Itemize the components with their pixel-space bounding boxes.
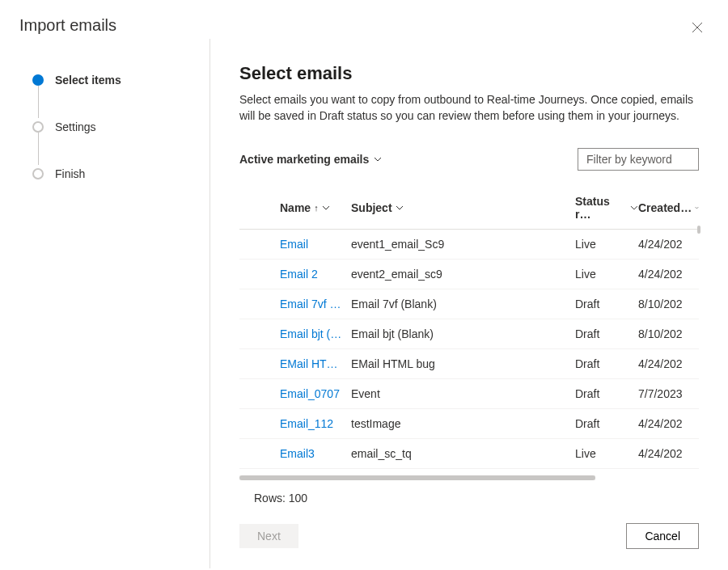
cell-created: 4/24/202 xyxy=(638,417,699,430)
cell-name-link[interactable]: Email xyxy=(280,238,351,251)
sort-ascending-icon: ↑ xyxy=(314,203,319,213)
main-panel: Select emails Select emails you want to … xyxy=(210,39,728,568)
wizard-stepper: Select items Settings Finish xyxy=(0,39,210,568)
horizontal-scrollbar[interactable] xyxy=(239,475,595,480)
close-button[interactable] xyxy=(686,16,709,39)
cell-subject: event1_email_Sc9 xyxy=(351,238,575,251)
vertical-scrollbar-thumb[interactable] xyxy=(697,226,700,234)
cell-status: Draft xyxy=(575,298,638,310)
cell-created: 4/24/202 xyxy=(638,268,699,281)
dialog-title: Import emails xyxy=(19,16,116,35)
cell-status: Draft xyxy=(575,417,638,430)
cell-created: 4/24/202 xyxy=(638,357,699,370)
column-header-subject[interactable]: Subject xyxy=(351,195,575,221)
step-select-items[interactable]: Select items xyxy=(32,71,210,89)
table-row[interactable]: Email3email_sc_tqLive4/24/202 xyxy=(239,439,699,469)
chevron-down-icon xyxy=(322,204,330,212)
cell-name-link[interactable]: Email 2 xyxy=(280,268,351,281)
cell-created: 4/24/202 xyxy=(638,447,699,460)
step-connector xyxy=(38,133,39,165)
view-selector-dropdown[interactable]: Active marketing emails xyxy=(239,153,382,166)
cell-subject: email_sc_tq xyxy=(351,447,575,460)
column-header-label: Subject xyxy=(351,201,392,214)
cell-status: Draft xyxy=(575,327,638,340)
column-header-status[interactable]: Status r… xyxy=(575,195,638,221)
step-indicator-icon xyxy=(32,168,44,179)
table-row[interactable]: Email 7vf …Email 7vf (Blank)Draft8/10/20… xyxy=(239,289,699,319)
cell-subject: event2_email_sc9 xyxy=(351,268,575,281)
cell-created: 8/10/202 xyxy=(638,327,699,340)
table-row[interactable]: Email 2event2_email_sc9Live4/24/202 xyxy=(239,260,699,289)
cell-subject: Email bjt (Blank) xyxy=(351,327,575,340)
chevron-down-icon xyxy=(396,204,404,212)
cell-name-link[interactable]: EMail HT… xyxy=(280,357,351,370)
dialog-footer: Next Cancel xyxy=(239,507,699,568)
cell-name-link[interactable]: Email_0707 xyxy=(280,387,351,400)
scrollbar-thumb[interactable] xyxy=(239,475,595,480)
email-table: Name ↑ Subject Status r… Created… Email xyxy=(239,187,699,480)
step-label: Select items xyxy=(55,74,121,87)
cell-status: Draft xyxy=(575,387,638,400)
step-indicator-icon xyxy=(32,121,44,133)
cell-subject: testImage xyxy=(351,417,575,430)
cell-created: 8/10/202 xyxy=(638,298,699,310)
cell-status: Live xyxy=(575,268,638,281)
chevron-down-icon xyxy=(695,204,699,212)
cell-status: Live xyxy=(575,447,638,460)
row-count-label: Rows: 100 xyxy=(254,492,699,505)
step-finish[interactable]: Finish xyxy=(32,165,210,183)
column-header-created[interactable]: Created… xyxy=(638,195,699,221)
cell-created: 7/7/2023 xyxy=(638,387,699,400)
cancel-button[interactable]: Cancel xyxy=(626,523,699,549)
step-settings[interactable]: Settings xyxy=(32,118,210,136)
cell-subject: EMail HTML bug xyxy=(351,357,575,370)
column-header-label: Status r… xyxy=(575,195,627,221)
table-row[interactable]: EMail HT…EMail HTML bugDraft4/24/202 xyxy=(239,349,699,379)
column-header-name[interactable]: Name ↑ xyxy=(280,195,351,221)
cell-subject: Event xyxy=(351,387,575,400)
step-indicator-icon xyxy=(32,74,44,86)
panel-title: Select emails xyxy=(239,63,699,84)
filter-keyword-input[interactable] xyxy=(578,148,699,171)
cell-created: 4/24/202 xyxy=(638,238,699,251)
step-label: Settings xyxy=(55,120,96,133)
table-row[interactable]: Emailevent1_email_Sc9Live4/24/202 xyxy=(239,230,699,260)
step-label: Finish xyxy=(55,167,85,180)
table-row[interactable]: Email_0707EventDraft7/7/2023 xyxy=(239,379,699,409)
table-header-row: Name ↑ Subject Status r… Created… xyxy=(239,187,699,230)
cell-name-link[interactable]: Email bjt (… xyxy=(280,327,351,340)
panel-description: Select emails you want to copy from outb… xyxy=(239,92,699,124)
table-body: Emailevent1_email_Sc9Live4/24/202Email 2… xyxy=(239,230,699,469)
cell-status: Live xyxy=(575,238,638,251)
cell-subject: Email 7vf (Blank) xyxy=(351,298,575,310)
column-header-label: Name xyxy=(280,201,311,214)
cell-name-link[interactable]: Email3 xyxy=(280,447,351,460)
next-button[interactable]: Next xyxy=(239,524,298,548)
step-connector xyxy=(38,86,39,118)
view-selector-label: Active marketing emails xyxy=(239,153,369,166)
cell-name-link[interactable]: Email_112 xyxy=(280,417,351,430)
column-header-select[interactable] xyxy=(239,195,280,221)
column-header-label: Created… xyxy=(638,201,692,214)
table-row[interactable]: Email bjt (…Email bjt (Blank)Draft8/10/2… xyxy=(239,319,699,349)
cell-status: Draft xyxy=(575,357,638,370)
close-icon xyxy=(692,22,703,33)
cell-name-link[interactable]: Email 7vf … xyxy=(280,298,351,310)
chevron-down-icon xyxy=(630,204,638,212)
chevron-down-icon xyxy=(374,155,382,163)
table-row[interactable]: Email_112testImageDraft4/24/202 xyxy=(239,409,699,439)
